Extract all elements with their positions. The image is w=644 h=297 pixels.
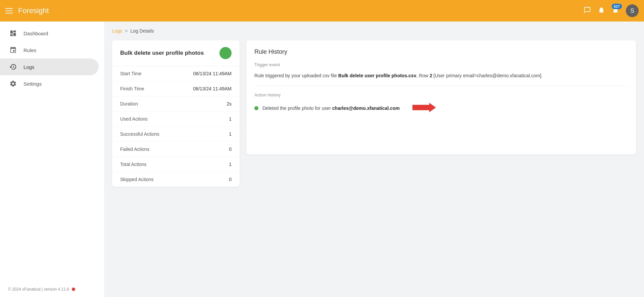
action-text: Deleted the profile photo for user charl… [262, 105, 400, 111]
detail-value-total-actions: 1 [229, 162, 232, 167]
status-indicator [219, 47, 232, 59]
sidebar-footer: © 2024 xFanatical | version 4.11.6 [0, 282, 104, 297]
app-title: Foresight [18, 6, 49, 15]
settings-icon [9, 80, 17, 87]
sidebar-item-logs[interactable]: Logs [0, 58, 99, 75]
detail-value-successful-actions: 1 [229, 131, 232, 137]
rule-history-card: Rule History Trigger event Rule triggere… [246, 40, 636, 155]
app-header: Foresight 627 S [0, 0, 644, 22]
detail-label-successful-actions: Successful Actions [120, 131, 159, 137]
sidebar-label-rules: Rules [23, 47, 36, 53]
footer-text: © 2024 xFanatical | version 4.11.6 [8, 287, 69, 292]
rules-icon [9, 46, 17, 54]
sidebar-label-settings: Settings [23, 81, 42, 87]
alert-icon[interactable] [598, 6, 605, 15]
detail-row-start-time: Start Time 08/13/24 11:49AM [112, 66, 240, 81]
detail-value-duration: 2s [227, 101, 232, 107]
log-card-title: Bulk delete user profile photos [120, 50, 215, 56]
log-detail-card: Bulk delete user profile photos Start Ti… [112, 40, 240, 187]
sidebar-item-settings[interactable]: Settings [0, 75, 99, 92]
arrow-annotation [409, 102, 436, 114]
detail-value-finish-time: 08/13/24 11:49AM [193, 86, 232, 91]
trigger-filename: Bulk delete user profile photos.csv [338, 73, 416, 78]
breadcrumb-logs-link[interactable]: Logs [112, 28, 122, 34]
detail-label-failed-actions: Failed Actions [120, 146, 149, 152]
notification-count: 627 [612, 4, 622, 9]
trigger-suffix: [User primary email=charles@demo.xfanati… [432, 73, 543, 78]
log-card-header: Bulk delete user profile photos [112, 40, 240, 66]
logs-icon [9, 63, 17, 71]
menu-button[interactable] [5, 8, 13, 13]
sidebar-item-rules[interactable]: Rules [0, 42, 99, 58]
trigger-row: 2 [430, 73, 432, 78]
action-item: Deleted the profile photo for user charl… [254, 102, 628, 114]
sidebar-label-logs: Logs [23, 64, 35, 70]
main-content: Logs > Log Details Bulk delete user prof… [104, 22, 644, 297]
detail-value-used-actions: 1 [229, 116, 232, 122]
user-avatar[interactable]: S [626, 4, 639, 17]
arrow-icon [409, 102, 436, 113]
cards-row: Bulk delete user profile photos Start Ti… [112, 40, 636, 187]
trigger-middle: , Row [416, 73, 430, 78]
detail-value-skipped-actions: 0 [229, 177, 232, 182]
detail-row-failed-actions: Failed Actions 0 [112, 142, 240, 157]
trigger-text: Rule triggered by your uploaded csv file… [254, 71, 628, 86]
breadcrumb-separator: > [125, 28, 128, 34]
sidebar: Dashboard Rules Logs Settings © 2024 xFa… [0, 22, 104, 297]
detail-label-duration: Duration [120, 101, 138, 107]
breadcrumb-current: Log Details [131, 28, 154, 34]
sidebar-nav: Dashboard Rules Logs Settings [0, 22, 104, 95]
detail-label-skipped-actions: Skipped Actions [120, 177, 154, 182]
footer-status-dot [72, 288, 75, 291]
trigger-label: Trigger event [254, 62, 628, 67]
rule-history-title: Rule History [254, 48, 628, 55]
action-history-label: Action history [254, 92, 628, 97]
detail-row-finish-time: Finish Time 08/13/24 11:49AM [112, 81, 240, 96]
detail-label-total-actions: Total Actions [120, 162, 147, 167]
trigger-prefix: Rule triggered by your uploaded csv file [254, 73, 338, 78]
notification-icon[interactable]: 627 [612, 6, 619, 15]
detail-row-skipped-actions: Skipped Actions 0 [112, 172, 240, 187]
action-status-dot [254, 106, 258, 110]
detail-row-total-actions: Total Actions 1 [112, 157, 240, 172]
detail-row-duration: Duration 2s [112, 96, 240, 112]
detail-value-failed-actions: 0 [229, 146, 232, 152]
detail-label-start-time: Start Time [120, 71, 142, 76]
detail-row-successful-actions: Successful Actions 1 [112, 127, 240, 142]
detail-label-finish-time: Finish Time [120, 86, 144, 91]
detail-value-start-time: 08/13/24 11:49AM [193, 71, 232, 76]
detail-row-used-actions: Used Actions 1 [112, 112, 240, 127]
dashboard-icon [9, 30, 17, 37]
breadcrumb: Logs > Log Details [112, 28, 636, 34]
svg-marker-0 [412, 103, 436, 112]
sidebar-item-dashboard[interactable]: Dashboard [0, 25, 99, 42]
chat-icon[interactable] [584, 6, 591, 15]
action-text-prefix: Deleted the profile photo for user [262, 105, 332, 111]
detail-label-used-actions: Used Actions [120, 116, 148, 122]
action-user-email: charles@demo.xfanatical.com [332, 105, 400, 111]
sidebar-label-dashboard: Dashboard [23, 31, 48, 36]
